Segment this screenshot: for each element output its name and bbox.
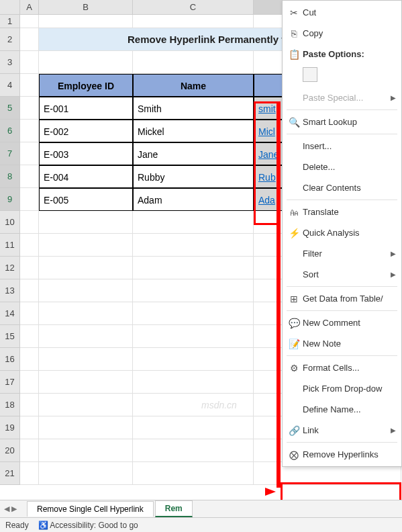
menu-new-note[interactable]: 📝 New Note — [283, 333, 401, 354]
menu-new-comment[interactable]: 💬 New Comment — [283, 312, 401, 333]
paste-option-button[interactable] — [303, 67, 317, 82]
cell-id[interactable]: E-003 — [39, 142, 133, 165]
row-header-12[interactable]: 12 — [0, 257, 20, 279]
row-header-20[interactable]: 20 — [0, 439, 20, 462]
menu-pick-from-list[interactable]: Pick From Drop-dow — [283, 378, 401, 399]
sheet-tab[interactable]: Remove Single Cell Hyperlink — [27, 501, 154, 517]
menu-delete[interactable]: Delete... — [283, 157, 401, 177]
format-icon: ⚙ — [285, 363, 303, 373]
sheet-tab-active[interactable]: Rem — [155, 500, 193, 517]
note-icon: 📝 — [285, 339, 303, 349]
menu-separator — [287, 286, 397, 287]
row-header-9[interactable]: 9 — [0, 188, 20, 211]
cell-name[interactable]: Adam — [133, 188, 254, 211]
cell-name[interactable]: Jane — [133, 142, 254, 165]
menu-cut[interactable]: ✂ Cut — [283, 2, 401, 23]
menu-separator — [287, 134, 397, 134]
menu-separator — [287, 442, 397, 443]
status-bar: Ready ♿ Accessibility: Good to go — [0, 517, 402, 532]
row-header-19[interactable]: 19 — [0, 416, 20, 439]
menu-get-data[interactable]: ⊞ Get Data from Table/ — [283, 288, 401, 309]
comment-icon: 💬 — [285, 318, 303, 328]
col-header-B[interactable]: B — [39, 0, 133, 14]
cell-id[interactable]: E-004 — [39, 165, 133, 188]
cell-name[interactable]: Smith — [133, 97, 254, 120]
row-header-21[interactable]: 21 — [0, 462, 20, 485]
quick-analysis-icon: ⚡ — [285, 228, 303, 238]
row-header-2[interactable]: 2 — [0, 28, 20, 51]
context-menu: ✂ Cut ⎘ Copy 📋 Paste Options: Paste Spec… — [282, 0, 402, 467]
status-ready: Ready — [5, 521, 29, 530]
row-header-13[interactable]: 13 — [0, 279, 20, 302]
paste-icon: 📋 — [285, 49, 303, 60]
cell-id[interactable]: E-005 — [39, 188, 133, 211]
col-header-C[interactable]: C — [133, 0, 254, 14]
row-headers: 1 2 3 4 5 6 7 8 9 10 11 12 13 14 15 16 1… — [0, 15, 20, 485]
row-header-17[interactable]: 17 — [0, 371, 20, 394]
row-header-3[interactable]: 3 — [0, 51, 20, 74]
menu-separator — [287, 355, 397, 356]
col-header-A[interactable]: A — [20, 0, 39, 14]
menu-translate[interactable]: 🗛 Translate — [283, 202, 401, 222]
menu-insert[interactable]: Insert... — [283, 136, 401, 157]
sheet-tab-bar: ◀ ▶ Remove Single Cell Hyperlink Rem — [0, 500, 402, 517]
menu-clear-contents[interactable]: Clear Contents — [283, 177, 401, 198]
annotation-arrow-head — [265, 488, 276, 496]
row-header-1[interactable]: 1 — [0, 15, 20, 28]
menu-format-cells[interactable]: ⚙ Format Cells... — [283, 357, 401, 378]
menu-paste-special[interactable]: Paste Special... ▶ — [283, 87, 401, 108]
row-header-5[interactable]: 5 — [0, 97, 20, 120]
menu-separator — [287, 109, 397, 110]
submenu-arrow-icon: ▶ — [391, 427, 396, 434]
remove-link-icon: ⨂ — [285, 449, 303, 460]
table-icon: ⊞ — [285, 294, 303, 304]
cut-icon: ✂ — [285, 7, 303, 18]
translate-icon: 🗛 — [285, 207, 303, 218]
menu-copy[interactable]: ⎘ Copy — [283, 23, 401, 44]
row-header-15[interactable]: 15 — [0, 325, 20, 348]
status-accessibility[interactable]: ♿ Accessibility: Good to go — [38, 521, 138, 530]
lookup-icon: 🔍 — [285, 117, 303, 128]
menu-smart-lookup[interactable]: 🔍 Smart Lookup — [283, 112, 401, 132]
menu-define-name[interactable]: Define Name... — [283, 399, 401, 420]
menu-paste-options-header: 📋 Paste Options: — [283, 44, 401, 64]
th-employee-id[interactable]: Employee ID — [39, 74, 133, 97]
submenu-arrow-icon: ▶ — [391, 250, 396, 257]
cell-name[interactable]: Rubby — [133, 165, 254, 188]
tab-nav-arrows[interactable]: ◀ ▶ — [4, 504, 17, 513]
row-header-4[interactable]: 4 — [0, 74, 20, 97]
row-header-10[interactable]: 10 — [0, 211, 20, 234]
submenu-arrow-icon: ▶ — [391, 94, 396, 101]
submenu-arrow-icon: ▶ — [391, 271, 396, 278]
row-header-7[interactable]: 7 — [0, 142, 20, 165]
row-header-18[interactable]: 18 — [0, 394, 20, 416]
copy-icon: ⎘ — [285, 28, 303, 39]
menu-separator — [287, 200, 397, 200]
menu-link[interactable]: 🔗 Link ▶ — [283, 420, 401, 441]
watermark: msdn.cn — [201, 400, 237, 410]
menu-separator — [287, 310, 397, 311]
menu-quick-analysis[interactable]: ⚡ Quick Analysis — [283, 222, 401, 243]
th-name[interactable]: Name — [133, 74, 254, 97]
cell-id[interactable]: E-001 — [39, 97, 133, 120]
row-header-14[interactable]: 14 — [0, 302, 20, 325]
menu-remove-hyperlinks[interactable]: ⨂ Remove Hyperlinks — [283, 444, 401, 465]
menu-sort[interactable]: Sort ▶ — [283, 264, 401, 285]
link-icon: 🔗 — [285, 425, 303, 436]
menu-filter[interactable]: Filter ▶ — [283, 243, 401, 264]
cell-name[interactable]: Mickel — [133, 120, 254, 142]
row-header-6[interactable]: 6 — [0, 120, 20, 142]
row-header-16[interactable]: 16 — [0, 348, 20, 371]
cell-id[interactable]: E-002 — [39, 120, 133, 142]
row-header-11[interactable]: 11 — [0, 234, 20, 257]
accessibility-icon: ♿ — [38, 521, 48, 530]
row-header-8[interactable]: 8 — [0, 165, 20, 188]
select-all-corner[interactable] — [0, 0, 20, 14]
